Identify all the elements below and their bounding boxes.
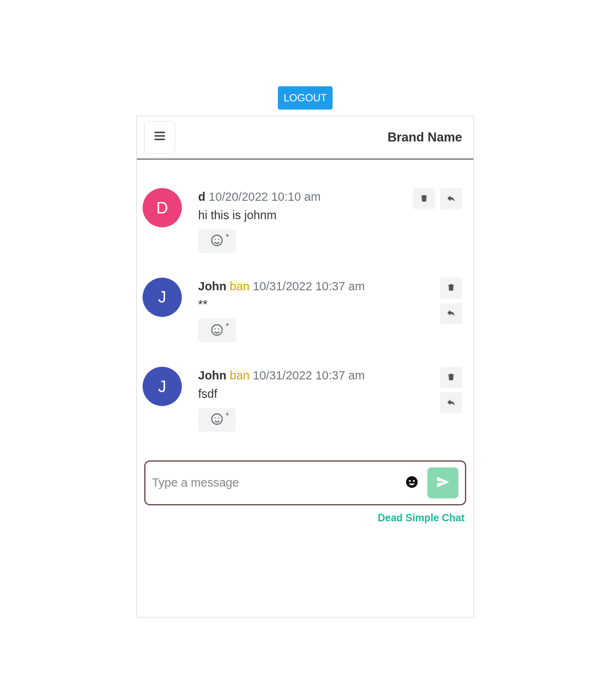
plus-icon: + <box>226 321 229 328</box>
ban-label[interactable]: ban <box>230 369 249 382</box>
message-meta: John ban 10/31/2022 10:37 am <box>198 367 468 385</box>
add-reaction-button[interactable]: + <box>198 319 236 342</box>
svg-rect-0 <box>154 132 165 133</box>
svg-point-6 <box>212 325 222 335</box>
footer-brand-link[interactable]: Dead Simple Chat <box>137 509 474 527</box>
message-author: d <box>198 190 206 203</box>
reply-icon <box>446 397 456 408</box>
delete-button[interactable] <box>440 278 462 299</box>
avatar: D <box>143 188 182 227</box>
message-input[interactable] <box>152 476 396 489</box>
message-text: fsdf <box>198 387 468 401</box>
message-text: ** <box>198 298 468 311</box>
svg-point-14 <box>413 480 415 482</box>
ban-label[interactable]: ban <box>230 280 249 293</box>
svg-rect-2 <box>154 139 165 140</box>
send-icon <box>436 475 450 490</box>
svg-point-8 <box>218 328 219 329</box>
message-meta: John ban 10/31/2022 10:37 am <box>198 278 468 296</box>
message-body: John ban 10/31/2022 10:37 am ** + <box>198 278 468 343</box>
message-row: D d 10/20/2022 10:10 am hi this is johnm <box>143 180 468 269</box>
svg-point-10 <box>215 417 216 419</box>
svg-point-11 <box>218 417 219 419</box>
trash-icon <box>446 372 456 383</box>
svg-point-9 <box>212 414 222 424</box>
trash-icon <box>419 193 429 204</box>
smile-icon <box>210 412 224 427</box>
svg-point-5 <box>218 239 219 240</box>
menu-button[interactable] <box>144 121 175 154</box>
svg-point-3 <box>212 235 222 246</box>
message-actions <box>440 367 462 413</box>
delete-button[interactable] <box>440 367 462 388</box>
svg-point-12 <box>406 476 418 488</box>
message-row: J John ban 10/31/2022 10:37 am fsdf <box>143 359 468 448</box>
plus-icon: + <box>226 411 229 418</box>
avatar-initial: J <box>158 288 166 306</box>
plus-icon: + <box>226 232 229 239</box>
smile-icon <box>210 323 224 338</box>
emoji-picker-button[interactable] <box>404 475 420 491</box>
send-button[interactable] <box>427 467 458 498</box>
composer <box>144 460 466 505</box>
message-text: hi this is johnm <box>198 209 468 222</box>
reply-button[interactable] <box>440 392 462 413</box>
message-row: J John ban 10/31/2022 10:37 am ** <box>143 269 468 359</box>
message-timestamp: 10/31/2022 10:37 am <box>253 369 365 382</box>
page-root: LOGOUT Brand Name D <box>0 0 610 700</box>
message-author: John <box>198 280 226 293</box>
chat-scroll[interactable]: Brand Name D d 10/20/2022 10:10 am hi th… <box>137 116 474 617</box>
message-timestamp: 10/20/2022 10:10 am <box>209 190 321 203</box>
chat-window: Brand Name D d 10/20/2022 10:10 am hi th… <box>136 116 474 617</box>
reply-icon <box>446 193 456 204</box>
hamburger-icon <box>153 129 167 146</box>
reply-button[interactable] <box>440 303 462 324</box>
add-reaction-button[interactable]: + <box>198 408 236 432</box>
chat-header: Brand Name <box>137 116 474 159</box>
reply-button[interactable] <box>440 188 462 209</box>
add-reaction-button[interactable]: + <box>198 229 236 253</box>
emoji-icon <box>405 475 419 490</box>
svg-point-13 <box>409 480 411 482</box>
delete-button[interactable] <box>413 188 435 209</box>
avatar: J <box>143 367 182 406</box>
logout-label: LOGOUT <box>284 92 327 104</box>
avatar-initial: J <box>158 377 166 396</box>
message-list: D d 10/20/2022 10:10 am hi this is johnm <box>137 159 474 460</box>
message-actions <box>413 188 462 209</box>
avatar-initial: D <box>156 199 168 217</box>
message-body: John ban 10/31/2022 10:37 am fsdf + <box>198 367 468 432</box>
composer-area <box>137 460 474 509</box>
svg-point-7 <box>215 328 216 329</box>
svg-point-4 <box>215 239 216 240</box>
trash-icon <box>446 283 456 294</box>
brand-title: Brand Name <box>387 130 466 145</box>
message-author: John <box>198 369 226 382</box>
logout-button[interactable]: LOGOUT <box>278 86 333 110</box>
message-timestamp: 10/31/2022 10:37 am <box>253 280 365 293</box>
svg-rect-1 <box>154 135 165 137</box>
reply-icon <box>446 308 456 319</box>
smile-icon <box>210 233 224 249</box>
message-actions <box>440 278 462 324</box>
footer-brand-text: Dead Simple Chat <box>378 512 465 523</box>
avatar: J <box>143 278 182 317</box>
